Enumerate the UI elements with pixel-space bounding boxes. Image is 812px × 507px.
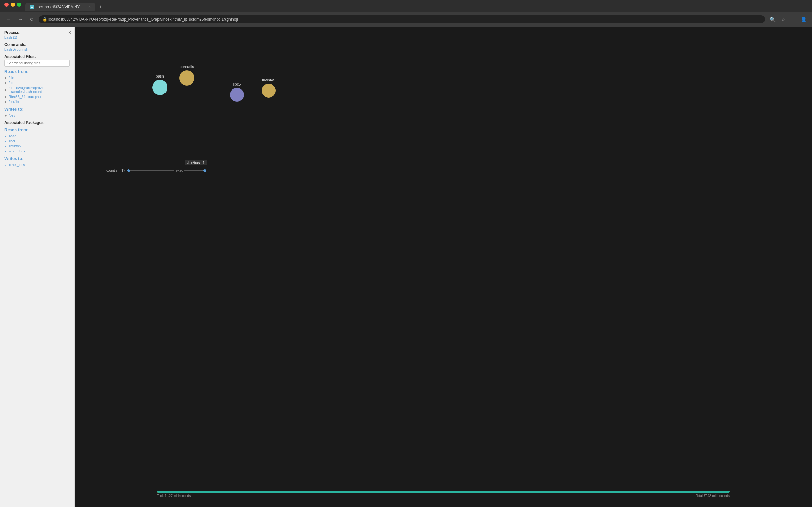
process-line [130, 170, 174, 171]
timeline-total-label: Total 37.38 milliseconds [696, 494, 729, 498]
bash-node-label: bash [156, 74, 164, 78]
forward-button[interactable]: → [16, 15, 25, 23]
pkg-item-other-files-write[interactable]: other_files [9, 162, 70, 167]
window-close-button[interactable] [4, 3, 9, 7]
refresh-button[interactable]: ↻ [28, 15, 36, 23]
exec-label: exec [176, 169, 183, 172]
bash-node[interactable]: bash [152, 74, 167, 95]
libtinfo5-node-label: libtinfo5 [262, 78, 275, 82]
timeline-teal [157, 491, 729, 493]
associated-files-label: Associated Files: [4, 55, 70, 59]
libtinfo5-circle[interactable] [262, 83, 275, 98]
pkg-item-libc6[interactable]: libc6 [9, 138, 70, 144]
tab-title: localhost:63342/ViDA-NYU-re [37, 5, 86, 9]
writes-to-title: Writes to: [4, 107, 70, 112]
associated-packages-label: Associated Packages: [4, 120, 70, 125]
pkg-item-bash[interactable]: bash [9, 133, 70, 138]
back-button[interactable]: ← [4, 15, 13, 23]
commands-label: Commands: [4, 43, 70, 47]
graph-area: bash coreutils libc6 libtinfo5 count.sh … [74, 26, 812, 507]
lock-icon: 🔒 [43, 17, 47, 21]
tree-item-usrlib[interactable]: ►/usr/lib [4, 99, 70, 104]
process-row-label: count.sh (1) [106, 169, 125, 172]
bash-circle[interactable] [152, 80, 167, 95]
pkg-item-other-files-read[interactable]: other_files [9, 149, 70, 154]
libtinfo5-node[interactable]: libtinfo5 [262, 78, 275, 98]
menu-button[interactable]: ⋮ [789, 15, 797, 24]
reads-from-list: ►/bin ►/etc ►/home/vagrant/reprozip-exam… [4, 75, 70, 104]
process-right-connector[interactable] [203, 169, 206, 172]
browser-tab[interactable]: W localhost:63342/ViDA-NYU-re × [26, 3, 95, 11]
commands-value: bash ./count.sh [4, 48, 70, 51]
coreutils-circle[interactable] [179, 70, 194, 86]
pkg-writes-to-list: other_files [4, 162, 70, 167]
pkg-reads-from-list: bash libc6 libtinfo5 other_files [4, 133, 70, 154]
tree-item-lib[interactable]: ►/lib/x86_64-linux-gnu [4, 94, 70, 99]
window-maximize-button[interactable] [17, 3, 21, 7]
search-button[interactable]: 🔍 [768, 15, 777, 24]
tree-item-home[interactable]: ►/home/vagrant/reprozip-examples/bash-co… [4, 85, 70, 94]
process-left-connector[interactable] [127, 169, 130, 172]
pkg-writes-to-title: Writes to: [4, 156, 70, 161]
reads-from-title: Reads from: [4, 69, 70, 74]
tree-item-etc[interactable]: ►/etc [4, 80, 70, 85]
profile-button[interactable]: 👤 [799, 15, 808, 24]
libc6-node-label: libc6 [233, 82, 241, 87]
libc6-circle[interactable] [230, 88, 244, 102]
graph-canvas: bash coreutils libc6 libtinfo5 count.sh … [74, 26, 812, 507]
writes-to-list: ►/dev [4, 113, 70, 118]
timeline-took-label: Took 11.27 milliseconds [157, 494, 191, 498]
tab-close-button[interactable]: × [89, 5, 91, 9]
sidebar-close-button[interactable]: × [68, 30, 71, 36]
sidebar: × Process: bash (1) Commands: bash ./cou… [0, 26, 74, 507]
bookmark-button[interactable]: ☆ [780, 15, 786, 24]
libc6-node[interactable]: libc6 [230, 82, 244, 102]
tree-item-bin[interactable]: ►/bin [4, 75, 70, 80]
timeline-container: Took 11.27 milliseconds Total 37.38 mill… [157, 491, 729, 498]
node-tooltip: /bin/bash 1 [185, 160, 207, 165]
tree-item-dev[interactable]: ►/dev [4, 113, 70, 118]
coreutils-node[interactable]: coreutils [179, 65, 194, 86]
listing-search-input[interactable] [4, 60, 70, 66]
coreutils-node-label: coreutils [180, 65, 194, 69]
process-line2 [184, 170, 203, 171]
address-bar[interactable] [39, 15, 765, 23]
process-label: Process: [4, 31, 70, 35]
new-tab-button[interactable]: + [96, 3, 104, 11]
window-minimize-button[interactable] [11, 3, 15, 7]
pkg-reads-from-title: Reads from: [4, 127, 70, 132]
process-value: bash (1) [4, 36, 70, 39]
pkg-item-libtinfo5[interactable]: libtinfo5 [9, 144, 70, 149]
tab-favicon: W [30, 5, 34, 9]
